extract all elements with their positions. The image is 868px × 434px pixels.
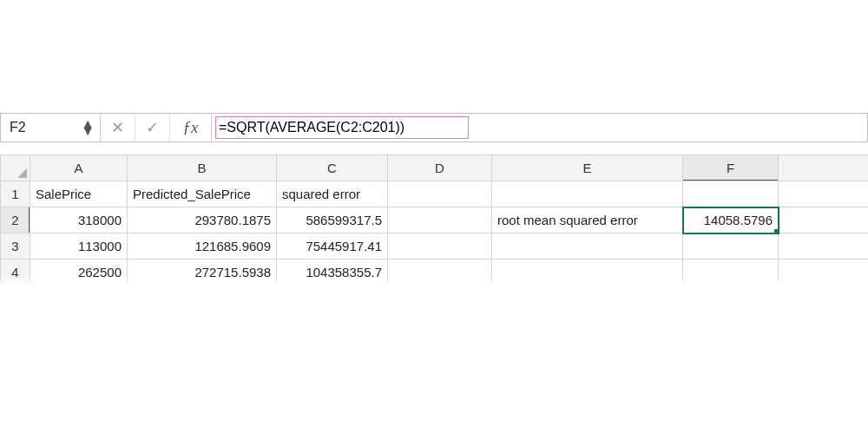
cell-E1[interactable] — [492, 181, 683, 207]
table-row: 2 318000 293780.1875 586599317.5 root me… — [1, 207, 869, 233]
cell-D1[interactable] — [388, 181, 492, 207]
cell-D2[interactable] — [388, 207, 492, 233]
select-all-corner[interactable] — [1, 155, 30, 181]
cell-D3[interactable] — [388, 233, 492, 260]
cell-G2[interactable] — [779, 207, 869, 233]
col-header-F[interactable]: F — [683, 155, 779, 181]
cancel-formula-button[interactable]: ✕ — [101, 114, 135, 141]
formula-input-wrap[interactable] — [212, 114, 867, 141]
cell-B2[interactable]: 293780.1875 — [128, 207, 277, 233]
cell-A4[interactable]: 262500 — [30, 260, 128, 286]
cell-F4[interactable] — [683, 260, 779, 286]
cell-D4[interactable] — [388, 260, 492, 286]
cell-G3[interactable] — [779, 233, 869, 260]
cell-E3[interactable] — [492, 233, 683, 260]
spinner-down-icon[interactable]: ▼ — [81, 128, 95, 135]
cell-E2[interactable]: root mean squared error — [492, 207, 683, 233]
cell-A2[interactable]: 318000 — [30, 207, 128, 233]
cell-B4[interactable]: 272715.5938 — [128, 260, 277, 286]
col-header-B[interactable]: B — [128, 155, 277, 181]
col-header-A[interactable]: A — [30, 155, 128, 181]
accept-formula-button[interactable]: ✓ — [135, 114, 170, 141]
close-icon: ✕ — [111, 118, 124, 137]
insert-function-button[interactable]: ƒx — [170, 114, 212, 141]
name-box-value: F2 — [10, 120, 26, 135]
cell-G4[interactable] — [779, 260, 869, 286]
spreadsheet-grid[interactable]: A B C D E F 1 SalePrice Predicted_SalePr… — [0, 155, 868, 286]
cell-G1[interactable] — [779, 181, 869, 207]
col-header-D[interactable]: D — [388, 155, 492, 181]
formula-input[interactable] — [219, 120, 867, 135]
col-header-C[interactable]: C — [277, 155, 388, 181]
name-box-spinner[interactable]: ▲ ▼ — [81, 121, 95, 135]
cell-F2[interactable]: 14058.5796 — [683, 207, 779, 233]
check-icon: ✓ — [146, 118, 159, 137]
cell-C1[interactable]: squared error — [277, 181, 388, 207]
cell-A1[interactable]: SalePrice — [30, 181, 128, 207]
cell-A3[interactable]: 113000 — [30, 233, 128, 260]
table-row: 4 262500 272715.5938 104358355.7 — [1, 260, 869, 286]
cell-F3[interactable] — [683, 233, 779, 260]
fx-icon: ƒx — [183, 118, 199, 137]
formula-bar: F2 ▲ ▼ ✕ ✓ ƒx — [0, 113, 868, 142]
col-header-E[interactable]: E — [492, 155, 683, 181]
cell-F1[interactable] — [683, 181, 779, 207]
cell-C2[interactable]: 586599317.5 — [277, 207, 388, 233]
row-header-2[interactable]: 2 — [1, 207, 30, 233]
row-header-1[interactable]: 1 — [1, 181, 30, 207]
cell-E4[interactable] — [492, 260, 683, 286]
row-header-3[interactable]: 3 — [1, 233, 30, 260]
name-box[interactable]: F2 ▲ ▼ — [1, 114, 101, 141]
cell-B3[interactable]: 121685.9609 — [128, 233, 277, 260]
table-row: 3 113000 121685.9609 75445917.41 — [1, 233, 869, 260]
table-row: 1 SalePrice Predicted_SalePrice squared … — [1, 181, 869, 207]
col-header-G[interactable] — [779, 155, 869, 181]
cell-C4[interactable]: 104358355.7 — [277, 260, 388, 286]
cell-C3[interactable]: 75445917.41 — [277, 233, 388, 260]
row-header-4[interactable]: 4 — [1, 260, 30, 286]
cell-B1[interactable]: Predicted_SalePrice — [128, 181, 277, 207]
